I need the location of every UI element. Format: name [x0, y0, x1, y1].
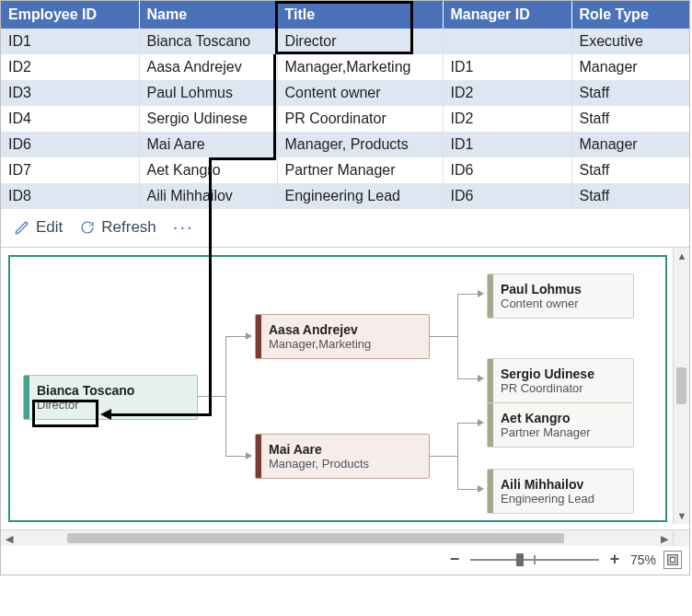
cell-mgr[interactable]: ID6 — [443, 183, 571, 209]
fit-icon — [666, 553, 679, 566]
node-title: Partner Manager — [501, 425, 624, 439]
node-title: Engineering Lead — [501, 492, 624, 506]
node-title: Manager, Products — [269, 457, 420, 471]
zoom-out-button[interactable]: − — [446, 550, 463, 569]
more-button[interactable]: ··· — [173, 216, 194, 238]
fit-to-window-button[interactable] — [663, 551, 682, 569]
diagram-canvas[interactable]: Bianca Toscano Director Aasa Andrejev Ma… — [1, 247, 689, 546]
cell-title[interactable]: PR Coordinator — [277, 106, 443, 132]
cell-title[interactable]: Director — [277, 29, 443, 54]
org-node-manager[interactable]: Aasa Andrejev Manager,Marketing — [255, 314, 430, 359]
scroll-right-icon[interactable]: ▶ — [656, 530, 673, 547]
node-name: Mai Aare — [269, 442, 420, 457]
table-row[interactable]: ID1Bianca ToscanoDirectorExecutive — [1, 29, 689, 54]
org-node-staff[interactable]: Sergio Udinese PR Coordinator — [487, 358, 634, 403]
table-row[interactable]: ID3Paul LohmusContent ownerID2Staff — [1, 80, 689, 106]
node-name: Aet Kangro — [501, 411, 624, 425]
col-header-role-type[interactable]: Role Type — [571, 1, 689, 29]
node-name: Sergio Udinese — [501, 366, 624, 381]
cell-role[interactable]: Manager — [571, 132, 689, 157]
cell-role[interactable]: Manager — [571, 54, 689, 80]
node-title: Manager,Marketing — [269, 337, 420, 351]
node-name: Aili Mihhailov — [501, 477, 624, 492]
cell-mgr[interactable] — [443, 29, 571, 54]
table-row[interactable]: ID4Sergio UdinesePR CoordinatorID2Staff — [1, 106, 689, 132]
cell-id[interactable]: ID6 — [1, 132, 139, 157]
vertical-scrollbar[interactable]: ▲ ▼ — [673, 248, 689, 524]
visualizer-toolbar: Edit Refresh ··· — [1, 209, 689, 247]
node-accent — [488, 359, 493, 402]
cell-role[interactable]: Executive — [571, 29, 689, 54]
scroll-up-icon[interactable]: ▲ — [674, 248, 690, 264]
cell-role[interactable]: Staff — [571, 106, 689, 132]
cell-name[interactable]: Bianca Toscano — [139, 29, 277, 54]
vscroll-thumb[interactable] — [676, 367, 686, 404]
scroll-left-icon[interactable]: ◀ — [1, 530, 17, 547]
cell-id[interactable]: ID7 — [1, 157, 139, 183]
cell-mgr[interactable]: ID6 — [443, 157, 571, 183]
pencil-icon — [14, 219, 30, 236]
slider-knob[interactable] — [516, 553, 524, 566]
employee-table: Employee ID Name Title Manager ID Role T… — [1, 1, 689, 209]
org-node-staff[interactable]: Aet Kangro Partner Manager — [487, 402, 634, 447]
horizontal-scrollbar[interactable]: ◀ ▶ — [1, 529, 673, 546]
org-node-manager[interactable]: Mai Aare Manager, Products — [255, 434, 430, 479]
zoom-in-button[interactable]: + — [606, 550, 623, 569]
edit-button[interactable]: Edit — [14, 218, 63, 237]
node-name: Paul Lohmus — [501, 282, 624, 296]
table-row[interactable]: ID2Aasa AndrejevManager,MarketingID1Mana… — [1, 54, 689, 80]
org-node-root[interactable]: Bianca Toscano Director — [23, 375, 198, 420]
table-row[interactable]: ID8Aili MihhailovEngineering LeadID6Staf… — [1, 183, 689, 209]
cell-id[interactable]: ID3 — [1, 80, 139, 106]
node-accent — [256, 435, 261, 478]
scroll-down-icon[interactable]: ▼ — [674, 507, 690, 524]
cell-role[interactable]: Staff — [571, 183, 689, 209]
cell-title[interactable]: Manager,Marketing — [277, 54, 443, 80]
cell-mgr[interactable]: ID2 — [443, 106, 571, 132]
node-accent — [256, 315, 261, 358]
cell-id[interactable]: ID4 — [1, 106, 139, 132]
node-name: Aasa Andrejev — [269, 322, 420, 337]
cell-title[interactable]: Content owner — [277, 80, 443, 106]
cell-title[interactable]: Partner Manager — [277, 157, 443, 183]
cell-title[interactable]: Manager, Products — [277, 132, 443, 157]
cell-mgr[interactable]: ID2 — [443, 80, 571, 106]
diagram-content: Bianca Toscano Director Aasa Andrejev Ma… — [16, 262, 660, 515]
cell-name[interactable]: Aili Mihhailov — [139, 183, 277, 209]
node-title: Content owner — [501, 296, 624, 310]
zoom-slider[interactable] — [470, 553, 599, 566]
table-row[interactable]: ID6Mai AareManager, ProductsID1Manager — [1, 132, 689, 157]
node-accent — [488, 470, 493, 513]
node-title: PR Coordinator — [501, 381, 624, 395]
app-frame: Employee ID Name Title Manager ID Role T… — [0, 0, 690, 575]
col-header-title[interactable]: Title — [277, 1, 443, 29]
cell-mgr[interactable]: ID1 — [443, 132, 571, 157]
col-header-manager-id[interactable]: Manager ID — [443, 1, 571, 29]
cell-name[interactable]: Mai Aare — [139, 132, 277, 157]
table-header-row: Employee ID Name Title Manager ID Role T… — [1, 1, 689, 29]
refresh-button[interactable]: Refresh — [79, 218, 156, 237]
cell-id[interactable]: ID1 — [1, 29, 139, 54]
cell-role[interactable]: Staff — [571, 157, 689, 183]
org-node-staff[interactable]: Aili Mihhailov Engineering Lead — [487, 469, 634, 514]
node-title: Director — [37, 398, 188, 412]
cell-id[interactable]: ID2 — [1, 54, 139, 80]
hscroll-thumb[interactable] — [67, 533, 564, 543]
col-header-employee-id[interactable]: Employee ID — [1, 1, 139, 29]
cell-mgr[interactable]: ID1 — [443, 54, 571, 80]
cell-id[interactable]: ID8 — [1, 183, 139, 209]
cell-role[interactable]: Staff — [571, 80, 689, 106]
node-name: Bianca Toscano — [37, 383, 188, 398]
org-node-staff[interactable]: Paul Lohmus Content owner — [487, 273, 634, 319]
table-row[interactable]: ID7Aet KangroPartner ManagerID6Staff — [1, 157, 689, 183]
cell-name[interactable]: Sergio Udinese — [139, 106, 277, 132]
refresh-icon — [79, 219, 96, 236]
zoom-bar: − + 75% — [1, 546, 689, 575]
cell-name[interactable]: Paul Lohmus — [139, 80, 277, 106]
svg-rect-0 — [668, 554, 678, 564]
edit-label: Edit — [36, 218, 63, 237]
cell-name[interactable]: Aasa Andrejev — [139, 54, 277, 80]
col-header-name[interactable]: Name — [139, 1, 277, 29]
cell-title[interactable]: Engineering Lead — [277, 183, 443, 209]
cell-name[interactable]: Aet Kangro — [139, 157, 277, 183]
